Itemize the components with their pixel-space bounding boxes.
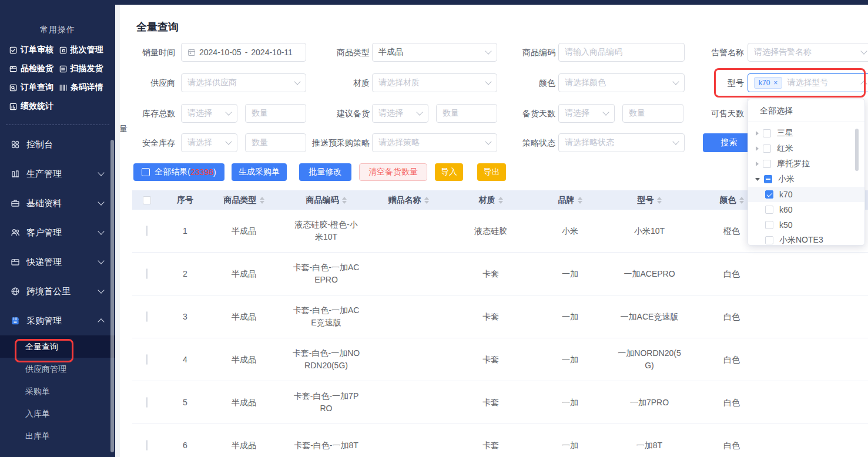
strategy-status-placeholder: 请选择略状态: [565, 137, 614, 148]
alert-name-select[interactable]: 请选择告警名称: [748, 43, 868, 62]
selected-tag-k70[interactable]: k70 ×: [754, 77, 782, 89]
dropdown-scrollbar[interactable]: [855, 129, 859, 171]
row-checkbox-cell[interactable]: [132, 311, 162, 323]
row-checkbox-cell[interactable]: [132, 439, 162, 452]
sidebar-subitem-采购单[interactable]: 采购单: [0, 380, 115, 402]
quick-op-条码详情[interactable]: 条码详情: [59, 82, 109, 93]
stock-total-compare-select[interactable]: 请选择: [181, 104, 237, 123]
cell-code: 卡套-白色-一加NORDN20(5G): [279, 347, 373, 372]
sort-icon[interactable]: [739, 197, 744, 204]
sidebar: 常用操作 订单审核批次管理品检验货扫描发货订单查询条码详情绩效统计 控制台生产管…: [0, 0, 115, 457]
row-checkbox-cell[interactable]: [132, 268, 162, 280]
sidebar-subitem-入库单[interactable]: 入库单: [0, 402, 115, 425]
checkbox-icon[interactable]: [146, 226, 148, 236]
supplier-select[interactable]: 请选择供应商: [181, 73, 306, 92]
row-checkbox-cell[interactable]: [132, 396, 162, 409]
tree-item-小米[interactable]: 小米: [748, 172, 864, 187]
batch-manage-icon: [59, 46, 68, 55]
tree-checkbox-icon[interactable]: [765, 236, 773, 244]
column-label: 材质: [479, 195, 495, 206]
tree-checkbox-icon[interactable]: [765, 206, 773, 214]
quick-op-绩效统计[interactable]: 绩效统计: [9, 101, 59, 112]
quick-op-批次管理[interactable]: 批次管理: [59, 45, 109, 55]
batch-edit-button[interactable]: 批量修改: [299, 163, 351, 181]
import-button[interactable]: 导入: [435, 163, 463, 181]
checkbox-icon[interactable]: [143, 196, 151, 204]
tree-checkbox-icon[interactable]: [763, 145, 771, 153]
alert-name-placeholder: 请选择告警名称: [754, 47, 812, 58]
checkbox-icon[interactable]: [146, 397, 148, 408]
sales-time-daterange[interactable]: 2024-10-05 - 2024-10-11: [181, 43, 306, 62]
quick-op-品检验货[interactable]: 品检验货: [9, 63, 59, 74]
tree-item-小米NOTE3[interactable]: 小米NOTE3: [748, 233, 864, 246]
checkbox-icon[interactable]: [146, 268, 148, 279]
row-checkbox-cell[interactable]: [132, 354, 162, 366]
model-multiselect[interactable]: k70 × 请选择型号: [748, 73, 868, 92]
sidebar-subitem-供应商管理[interactable]: 供应商管理: [0, 358, 115, 380]
sidebar-item-label: 采购管理: [26, 315, 92, 327]
sidebar-item-快递管理[interactable]: 快递管理: [0, 247, 115, 277]
tree-checkbox-icon[interactable]: [765, 190, 773, 199]
sort-icon[interactable]: [424, 197, 429, 204]
sort-icon[interactable]: [260, 197, 264, 204]
tree-item-k50[interactable]: k50: [748, 217, 864, 233]
sort-icon[interactable]: [657, 197, 662, 204]
caret-down-icon[interactable]: [755, 178, 760, 181]
checkbox-icon[interactable]: [146, 311, 148, 322]
quick-op-订单查询[interactable]: 订单查询: [9, 82, 59, 93]
column-header-brand[interactable]: 品牌: [538, 195, 602, 206]
all-results-button[interactable]: 全部结果(23398): [133, 163, 224, 181]
tree-checkbox-icon[interactable]: [763, 129, 771, 137]
caret-right-icon[interactable]: [756, 131, 759, 136]
row-checkbox-cell[interactable]: [132, 225, 162, 237]
sidebar-subitem-全量查询[interactable]: 全量查询: [0, 335, 115, 358]
clear-stock-qty-button[interactable]: 清空备货数量: [359, 163, 427, 181]
checkbox-icon[interactable]: [146, 440, 148, 451]
column-header-type[interactable]: 商品类型: [209, 195, 279, 206]
sidebar-item-跨境首公里[interactable]: 跨境首公里: [0, 277, 115, 306]
sidebar-item-控制台[interactable]: 控制台: [0, 130, 115, 159]
sort-icon[interactable]: [578, 197, 582, 204]
sidebar-scrollbar[interactable]: [110, 140, 114, 452]
export-button[interactable]: 导出: [477, 163, 506, 181]
sidebar-item-客户管理[interactable]: 客户管理: [0, 218, 115, 247]
quick-op-订单审核[interactable]: 订单审核: [9, 45, 59, 55]
cell-brand: 小米: [538, 225, 602, 237]
dashboard-icon: [11, 140, 20, 149]
caret-right-icon[interactable]: [756, 146, 759, 151]
sort-icon[interactable]: [342, 197, 347, 204]
customer-icon: [11, 228, 20, 237]
tree-item-三星[interactable]: 三星: [748, 126, 864, 141]
tree-item-红米[interactable]: 红米: [748, 141, 864, 156]
column-header-gift[interactable]: 赠品名称: [373, 195, 444, 206]
strategy-status-select[interactable]: 请选择略状态: [558, 133, 685, 152]
tag-remove-icon[interactable]: ×: [773, 79, 777, 86]
checkbox-icon[interactable]: [146, 354, 148, 365]
tree-item-摩托罗拉[interactable]: 摩托罗拉: [748, 156, 864, 172]
tree-checkbox-icon[interactable]: [764, 175, 772, 183]
create-po-button[interactable]: 生成采购单: [232, 163, 287, 181]
sidebar-item-采购管理[interactable]: 采购管理: [0, 306, 115, 335]
column-header-code[interactable]: 商品编码: [279, 195, 373, 206]
chevron-down-icon: [225, 138, 232, 145]
select-all-option[interactable]: 全部选择: [748, 99, 864, 122]
sidebar-item-生产管理[interactable]: 生产管理: [0, 159, 115, 189]
quick-op-扫描发货[interactable]: 扫描发货: [59, 63, 109, 74]
column-header-model[interactable]: 型号: [602, 195, 696, 206]
column-header-material[interactable]: 材质: [444, 195, 538, 206]
tree-item-k70[interactable]: k70: [748, 187, 864, 202]
header-select-all[interactable]: [132, 196, 162, 204]
stock-days-compare-select[interactable]: 请选择: [558, 104, 615, 123]
select-all-checkbox[interactable]: [142, 168, 150, 176]
safe-stock-compare-select[interactable]: 请选择: [181, 133, 237, 152]
caret-right-icon[interactable]: [756, 162, 759, 166]
sort-icon[interactable]: [498, 197, 503, 204]
tree-checkbox-icon[interactable]: [763, 160, 771, 168]
tree-checkbox-icon[interactable]: [765, 221, 773, 229]
sidebar-subitem-出库单[interactable]: 出库单: [0, 425, 115, 447]
tree-item-k60[interactable]: k60: [748, 202, 864, 217]
compare-placeholder: 请选择: [378, 108, 403, 119]
sidebar-item-基础资料[interactable]: 基础资料: [0, 189, 115, 218]
suggest-stock-compare-select[interactable]: 请选择: [372, 104, 428, 123]
cell-brand: 一加: [538, 439, 602, 452]
